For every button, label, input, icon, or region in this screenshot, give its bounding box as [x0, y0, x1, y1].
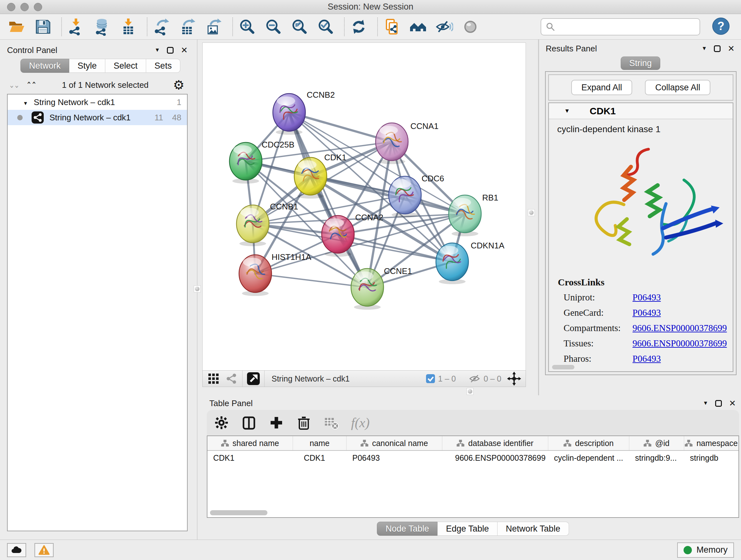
import-table-icon[interactable] — [119, 18, 137, 36]
tissues-link[interactable]: 9606.ENSP00000378699 — [632, 338, 727, 349]
tab-sets[interactable]: Sets — [146, 59, 180, 73]
window-title: Session: New Session — [328, 2, 414, 12]
toolbar-separator — [232, 17, 233, 36]
node-table: shared name name canonical name database… — [207, 435, 739, 518]
maximize-window-icon[interactable] — [34, 3, 42, 11]
first-neighbors-icon[interactable] — [409, 18, 427, 36]
splitter-handle[interactable] — [194, 286, 201, 293]
show-eye-icon[interactable] — [461, 18, 479, 36]
tab-edge-table[interactable]: Edge Table — [437, 522, 497, 536]
export-table-icon[interactable] — [179, 18, 197, 36]
grid-view-icon[interactable] — [207, 372, 220, 385]
panel-close-icon[interactable] — [181, 45, 188, 55]
table-panel: Table Panel — [202, 395, 741, 540]
zoom-selected-icon[interactable] — [317, 18, 334, 36]
splitter-handle[interactable] — [528, 209, 535, 216]
panel-float-icon[interactable] — [167, 47, 174, 54]
minimize-window-icon[interactable] — [20, 3, 29, 11]
panel-float-icon[interactable] — [715, 400, 722, 407]
network-row[interactable]: String Network – cdk1 11 48 — [8, 110, 187, 125]
zoom-fit-icon[interactable] — [290, 18, 308, 36]
tab-select[interactable]: Select — [105, 59, 146, 73]
panel-close-icon[interactable] — [728, 44, 735, 54]
results-scrollbar-thumb[interactable] — [552, 365, 575, 369]
tab-network-table[interactable]: Network Table — [497, 522, 569, 536]
birdseye-view-icon[interactable] — [247, 372, 260, 385]
warning-button[interactable] — [35, 543, 54, 557]
left-splitter[interactable] — [193, 40, 202, 540]
column-header-shared-name[interactable]: shared name — [207, 436, 293, 450]
export-image-icon[interactable] — [205, 18, 223, 36]
panel-menu-icon[interactable] — [155, 47, 160, 53]
clone-network-icon[interactable] — [383, 18, 401, 36]
network-share-icon — [31, 111, 44, 124]
open-session-icon[interactable] — [8, 18, 25, 36]
node-label-CDC6: CDC6 — [421, 174, 444, 183]
share-view-icon[interactable] — [225, 372, 238, 385]
search-input[interactable] — [556, 20, 696, 34]
node-result-entry: CDK1 cyclin-dependent kinase 1 — [548, 103, 733, 372]
show-columns-icon[interactable] — [241, 415, 257, 430]
collapse-entry-icon[interactable] — [549, 108, 570, 114]
splitter-handle[interactable] — [467, 388, 474, 395]
add-column-icon[interactable] — [269, 415, 284, 430]
compartments-link[interactable]: 9606.ENSP00000378699 — [632, 323, 727, 333]
pharos-link[interactable]: P06493 — [632, 354, 661, 364]
collapse-all-icon[interactable] — [8, 80, 20, 90]
delete-column-icon[interactable] — [296, 415, 312, 430]
control-panel-tabs: Network Style Select Sets — [20, 59, 193, 73]
table-settings-gear-icon[interactable] — [214, 415, 229, 430]
search-box[interactable] — [541, 18, 700, 36]
tab-style[interactable]: Style — [69, 59, 105, 73]
tab-string[interactable]: String — [621, 57, 661, 70]
network-list-header: 1 of 1 Network selected — [0, 78, 193, 91]
pan-crosshair-icon[interactable] — [507, 372, 521, 386]
panel-close-icon[interactable] — [729, 398, 736, 408]
column-header-name[interactable]: name — [293, 436, 347, 450]
selected-checkbox-icon[interactable] — [426, 374, 435, 383]
expand-all-button[interactable]: Expand All — [571, 80, 632, 95]
node-label-HIST1H1A: HIST1H1A — [272, 252, 312, 262]
horizontal-splitter[interactable] — [202, 387, 526, 395]
import-network-icon[interactable] — [67, 18, 85, 36]
gear-icon[interactable] — [173, 78, 185, 91]
column-header-canonical-name[interactable]: canonical name — [347, 436, 442, 450]
table-tabs: Node Table Edge Table Network Table — [377, 522, 569, 536]
memory-button[interactable]: Memory — [677, 543, 734, 558]
network-graph[interactable]: CCNB2CCNA1CDC25BCDK1CDC6RB1CCNB1CCNA2CDK… — [203, 43, 526, 370]
zoom-in-icon[interactable] — [238, 18, 256, 36]
help-button[interactable]: ? — [712, 17, 730, 37]
expand-all-icon[interactable] — [25, 80, 38, 90]
network-collection-row[interactable]: String Network – cdk1 1 — [8, 95, 187, 110]
window-traffic-lights[interactable] — [7, 3, 42, 11]
column-header-id[interactable]: @id — [629, 436, 684, 450]
close-window-icon[interactable] — [7, 3, 15, 11]
tab-network[interactable]: Network — [20, 59, 69, 73]
table-row[interactable]: CDK1 CDK1 P06493 9606.ENSP00000378699 cy… — [207, 451, 738, 465]
collapse-all-button[interactable]: Collapse All — [645, 80, 711, 95]
export-network-icon[interactable] — [152, 18, 171, 36]
panel-float-icon[interactable] — [714, 45, 721, 52]
table-hscrollbar-thumb[interactable] — [210, 510, 267, 515]
panel-menu-icon[interactable] — [701, 45, 707, 52]
import-database-icon[interactable] — [93, 18, 111, 36]
cloud-button[interactable] — [7, 543, 26, 557]
tree-column-icon — [644, 439, 651, 447]
column-header-database-identifier[interactable]: database identifier — [442, 436, 548, 450]
right-splitter[interactable] — [526, 40, 541, 395]
delete-table-icon[interactable] — [324, 415, 339, 430]
zoom-out-icon[interactable] — [264, 18, 282, 36]
refresh-icon[interactable] — [350, 18, 367, 36]
tree-expand-icon[interactable] — [8, 98, 34, 107]
panel-menu-icon[interactable] — [703, 400, 708, 407]
genecard-link[interactable]: P06493 — [632, 307, 661, 318]
network-label: String Network – cdk1 — [50, 113, 131, 123]
column-header-namespace[interactable]: namespace — [684, 436, 738, 450]
tab-node-table[interactable]: Node Table — [377, 522, 437, 536]
node-result-header[interactable]: CDK1 — [549, 103, 733, 119]
hide-selected-icon[interactable] — [435, 18, 453, 36]
save-session-icon[interactable] — [34, 18, 52, 36]
uniprot-link[interactable]: P06493 — [632, 292, 661, 303]
network-canvas[interactable]: CCNB2CCNA1CDC25BCDK1CDC6RB1CCNB1CCNA2CDK… — [202, 43, 526, 370]
column-header-description[interactable]: description — [548, 436, 629, 450]
